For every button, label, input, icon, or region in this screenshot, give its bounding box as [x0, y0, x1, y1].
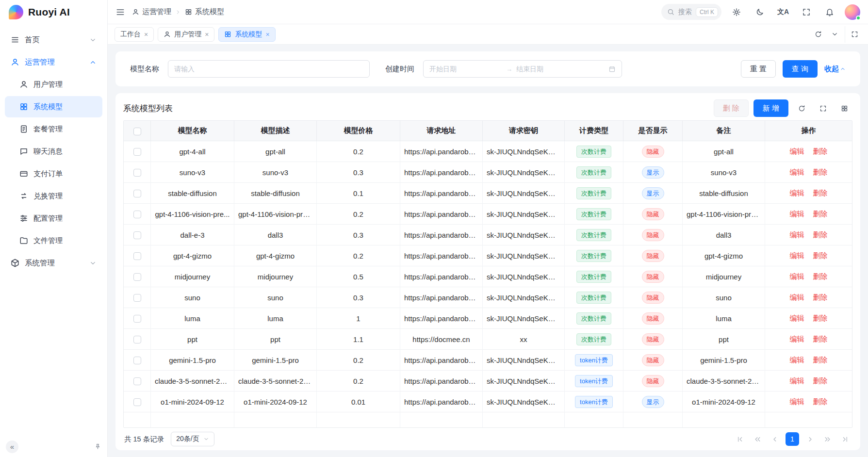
edit-link[interactable]: 编辑 [790, 230, 804, 239]
chevron-down-icon[interactable] [826, 26, 843, 43]
delete-link[interactable]: 删除 [813, 314, 828, 322]
page-size-value: 20条/页 [176, 435, 199, 443]
edit-link[interactable]: 编辑 [790, 210, 804, 218]
date-range-picker[interactable]: → [423, 60, 622, 78]
table-fullscreen-icon[interactable] [815, 100, 831, 116]
row-checkbox[interactable] [133, 336, 141, 343]
sidebar-item-config-mgmt[interactable]: 配置管理 [5, 208, 102, 229]
select-all-checkbox[interactable] [133, 128, 141, 135]
edit-link[interactable]: 编辑 [790, 189, 804, 197]
sidebar-collapse-button[interactable]: « [6, 441, 18, 453]
query-button[interactable]: 查 询 [783, 60, 818, 78]
row-checkbox[interactable] [133, 231, 141, 239]
edit-link[interactable]: 编辑 [790, 147, 804, 155]
sidebar-item-payment-orders[interactable]: 支付订单 [5, 163, 102, 184]
jump-back-button[interactable] [751, 432, 764, 446]
tab-system-model[interactable]: 系统模型 × [218, 27, 275, 42]
last-page-button[interactable] [838, 432, 852, 446]
pin-icon[interactable] [94, 443, 101, 450]
settings-gear-icon[interactable] [728, 4, 745, 20]
first-page-button[interactable] [733, 432, 747, 446]
sidebar-item-package-mgmt[interactable]: 套餐管理 [5, 118, 102, 140]
delete-link[interactable]: 删除 [813, 272, 828, 280]
delete-link[interactable]: 删除 [813, 168, 828, 176]
edit-link[interactable]: 编辑 [790, 314, 804, 322]
cell-request-url: https://api.pandarobo... [400, 141, 483, 162]
delete-link[interactable]: 删除 [813, 147, 828, 155]
table-scroll-area[interactable]: 模型名称 模型描述 模型价格 请求地址 请求密钥 计费类型 是否显示 备注 操作 [123, 120, 852, 428]
sidebar-item-redeem-mgmt[interactable]: 兑换管理 [5, 185, 102, 207]
column-settings-icon[interactable] [836, 100, 852, 116]
row-checkbox[interactable] [133, 190, 141, 197]
content-fullscreen-icon[interactable] [845, 26, 861, 43]
delete-link[interactable]: 删除 [813, 397, 828, 406]
sidebar-item-file-mgmt[interactable]: 文件管理 [5, 230, 102, 251]
delete-link[interactable]: 删除 [813, 356, 828, 364]
sidebar-item-system-mgmt[interactable]: 系统管理 [5, 252, 102, 274]
billing-type-tag: token计费 [575, 375, 613, 387]
delete-link[interactable]: 删除 [813, 210, 828, 218]
batch-delete-button[interactable]: 删 除 [714, 99, 749, 117]
language-icon[interactable]: 文A [775, 4, 791, 20]
sidebar-item-user-mgmt[interactable]: 用户管理 [5, 74, 102, 95]
delete-link[interactable]: 删除 [813, 251, 828, 260]
dark-mode-moon-icon[interactable] [752, 4, 768, 20]
row-checkbox[interactable] [133, 357, 141, 364]
delete-link[interactable]: 删除 [813, 335, 828, 343]
delete-link[interactable]: 删除 [813, 230, 828, 239]
edit-link[interactable]: 编辑 [790, 397, 804, 406]
sidebar-item-chat-messages[interactable]: 聊天消息 [5, 141, 102, 162]
current-page[interactable]: 1 [786, 432, 799, 446]
fullscreen-icon[interactable] [798, 4, 815, 20]
breadcrumb-operations[interactable]: 运营管理 [132, 7, 171, 16]
close-icon[interactable]: × [265, 31, 269, 38]
prev-page-button[interactable] [768, 432, 782, 446]
sidebar-item-operations[interactable]: 运营管理 [5, 51, 102, 73]
page-size-select[interactable]: 20条/页 [171, 432, 214, 446]
delete-link[interactable]: 删除 [813, 293, 828, 301]
edit-link[interactable]: 编辑 [790, 293, 804, 301]
start-date-input[interactable] [429, 65, 502, 73]
row-checkbox[interactable] [133, 169, 141, 177]
refresh-icon[interactable] [810, 26, 826, 43]
close-icon[interactable]: × [144, 31, 148, 38]
row-checkbox[interactable] [133, 211, 141, 218]
edit-link[interactable]: 编辑 [790, 335, 804, 343]
edit-link[interactable]: 编辑 [790, 376, 804, 385]
notifications-bell-icon[interactable] [821, 4, 838, 20]
breadcrumb-system-model[interactable]: 系统模型 [185, 7, 224, 16]
sidebar-item-system-model[interactable]: 系统模型 [5, 96, 102, 117]
delete-link[interactable]: 删除 [813, 189, 828, 197]
tab-workbench[interactable]: 工作台 × [115, 27, 154, 42]
tab-user-mgmt[interactable]: 用户管理 × [158, 27, 214, 42]
edit-link[interactable]: 编辑 [790, 356, 804, 364]
collapse-filter-link[interactable]: 收起 [824, 65, 846, 74]
close-icon[interactable]: × [205, 31, 209, 38]
reset-button[interactable]: 重 置 [741, 60, 776, 78]
row-checkbox[interactable] [133, 398, 141, 406]
row-checkbox[interactable] [133, 252, 141, 260]
edit-link[interactable]: 编辑 [790, 168, 804, 176]
sidebar-item-label: 系统模型 [33, 102, 63, 112]
model-name-input[interactable] [168, 60, 370, 78]
edit-link[interactable]: 编辑 [790, 251, 804, 260]
row-checkbox[interactable] [133, 377, 141, 385]
model-grid-icon [224, 31, 231, 38]
global-search[interactable]: 搜索 Ctrl K [661, 4, 721, 20]
cell-request-url: https://api.pandarobo... [400, 245, 483, 266]
table-refresh-icon[interactable] [793, 100, 810, 116]
delete-link[interactable]: 删除 [813, 376, 828, 385]
row-checkbox[interactable] [133, 273, 141, 281]
edit-link[interactable]: 编辑 [790, 272, 804, 280]
add-button[interactable]: 新 增 [753, 99, 788, 117]
row-checkbox[interactable] [133, 294, 141, 302]
menu-toggle-icon[interactable] [115, 7, 125, 17]
sidebar-item-home[interactable]: 首页 [5, 29, 102, 50]
collapse-filter-label: 收起 [824, 65, 839, 74]
jump-forward-button[interactable] [820, 432, 834, 446]
end-date-input[interactable] [516, 65, 589, 73]
row-checkbox[interactable] [133, 148, 141, 156]
next-page-button[interactable] [803, 432, 817, 446]
avatar[interactable] [845, 4, 860, 20]
row-checkbox[interactable] [133, 315, 141, 323]
